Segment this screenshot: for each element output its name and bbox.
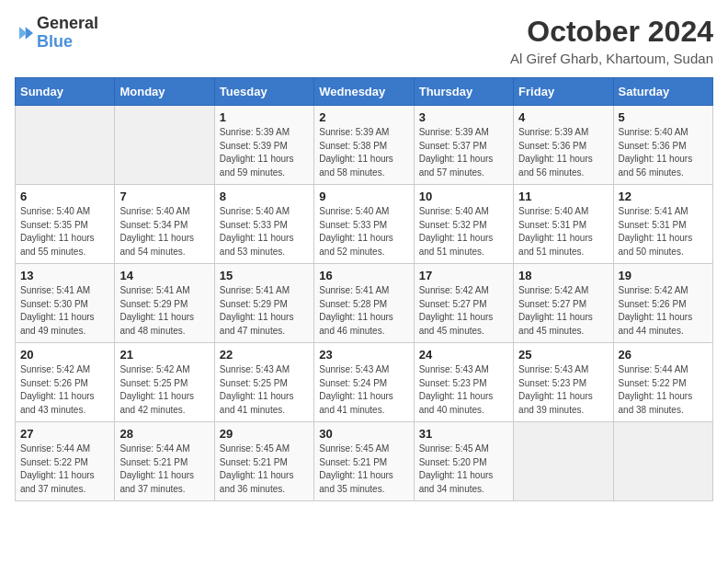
- day-number: 16: [319, 269, 408, 282]
- calendar-cell: 17Sunrise: 5:42 AMSunset: 5:27 PMDayligh…: [414, 264, 513, 343]
- day-info: Sunrise: 5:42 AMSunset: 5:26 PMDaylight:…: [619, 284, 708, 338]
- header-tuesday: Tuesday: [214, 78, 313, 106]
- day-number: 25: [518, 348, 608, 362]
- header-thursday: Thursday: [414, 78, 513, 106]
- calendar-cell: 9Sunrise: 5:40 AMSunset: 5:33 PMDaylight…: [314, 185, 414, 264]
- week-row-5: 27Sunrise: 5:44 AMSunset: 5:22 PMDayligh…: [16, 422, 713, 501]
- day-number: 11: [518, 190, 608, 203]
- calendar-cell: 12Sunrise: 5:41 AMSunset: 5:31 PMDayligh…: [613, 185, 712, 264]
- day-info: Sunrise: 5:41 AMSunset: 5:29 PMDaylight:…: [220, 284, 309, 338]
- calendar-cell: 18Sunrise: 5:42 AMSunset: 5:27 PMDayligh…: [514, 264, 613, 343]
- calendar-cell: 25Sunrise: 5:43 AMSunset: 5:23 PMDayligh…: [514, 343, 613, 422]
- calendar-cell: 16Sunrise: 5:41 AMSunset: 5:28 PMDayligh…: [314, 264, 414, 343]
- calendar-cell: 26Sunrise: 5:44 AMSunset: 5:22 PMDayligh…: [613, 343, 712, 422]
- day-info: Sunrise: 5:44 AMSunset: 5:22 PMDaylight:…: [619, 363, 708, 417]
- month-title: October 2024: [510, 15, 713, 49]
- day-number: 20: [20, 348, 109, 362]
- day-number: 21: [119, 348, 209, 362]
- calendar-cell: 6Sunrise: 5:40 AMSunset: 5:35 PMDaylight…: [16, 185, 115, 264]
- calendar-cell: 24Sunrise: 5:43 AMSunset: 5:23 PMDayligh…: [414, 343, 513, 422]
- day-number: 24: [419, 348, 508, 362]
- week-row-3: 13Sunrise: 5:41 AMSunset: 5:30 PMDayligh…: [16, 264, 713, 343]
- day-number: 1: [220, 110, 309, 124]
- week-row-2: 6Sunrise: 5:40 AMSunset: 5:35 PMDaylight…: [16, 185, 713, 264]
- day-info: Sunrise: 5:43 AMSunset: 5:24 PMDaylight:…: [319, 363, 408, 417]
- day-info: Sunrise: 5:42 AMSunset: 5:27 PMDaylight:…: [419, 284, 508, 338]
- day-number: 10: [419, 190, 508, 203]
- calendar-cell: 29Sunrise: 5:45 AMSunset: 5:21 PMDayligh…: [214, 422, 313, 501]
- day-number: 14: [119, 269, 209, 282]
- title-section: October 2024 Al Giref Gharb, Khartoum, S…: [510, 15, 713, 66]
- day-number: 23: [319, 348, 408, 362]
- calendar-cell: 19Sunrise: 5:42 AMSunset: 5:26 PMDayligh…: [613, 264, 712, 343]
- calendar-cell: [115, 106, 214, 185]
- header-friday: Friday: [514, 78, 613, 106]
- day-number: 15: [220, 269, 309, 282]
- header-saturday: Saturday: [613, 78, 712, 106]
- calendar-cell: 27Sunrise: 5:44 AMSunset: 5:22 PMDayligh…: [16, 422, 115, 501]
- calendar-cell: 30Sunrise: 5:45 AMSunset: 5:21 PMDayligh…: [314, 422, 414, 501]
- day-number: 4: [518, 110, 608, 124]
- day-number: 7: [119, 190, 209, 203]
- day-info: Sunrise: 5:40 AMSunset: 5:36 PMDaylight:…: [619, 126, 708, 179]
- day-info: Sunrise: 5:41 AMSunset: 5:30 PMDaylight:…: [20, 284, 109, 338]
- calendar-cell: 23Sunrise: 5:43 AMSunset: 5:24 PMDayligh…: [314, 343, 414, 422]
- header-wednesday: Wednesday: [314, 78, 414, 106]
- page-header: General Blue October 2024 Al Giref Gharb…: [15, 15, 713, 66]
- day-info: Sunrise: 5:40 AMSunset: 5:34 PMDaylight:…: [119, 205, 209, 259]
- day-info: Sunrise: 5:42 AMSunset: 5:26 PMDaylight:…: [20, 363, 109, 417]
- calendar-cell: 8Sunrise: 5:40 AMSunset: 5:33 PMDaylight…: [214, 185, 313, 264]
- logo: General Blue: [15, 15, 98, 52]
- header-row: SundayMondayTuesdayWednesdayThursdayFrid…: [16, 78, 713, 106]
- day-number: 8: [220, 190, 309, 203]
- day-number: 29: [220, 427, 309, 441]
- day-info: Sunrise: 5:41 AMSunset: 5:31 PMDaylight:…: [619, 205, 708, 259]
- day-number: 19: [619, 269, 708, 282]
- day-number: 31: [419, 427, 508, 441]
- day-info: Sunrise: 5:39 AMSunset: 5:39 PMDaylight:…: [220, 126, 309, 179]
- day-number: 6: [20, 190, 109, 203]
- day-info: Sunrise: 5:40 AMSunset: 5:33 PMDaylight:…: [319, 205, 408, 259]
- day-info: Sunrise: 5:39 AMSunset: 5:38 PMDaylight:…: [319, 126, 408, 179]
- calendar-cell: [16, 106, 115, 185]
- calendar-table: SundayMondayTuesdayWednesdayThursdayFrid…: [15, 77, 713, 501]
- day-number: 3: [419, 110, 508, 124]
- day-info: Sunrise: 5:40 AMSunset: 5:35 PMDaylight:…: [20, 205, 109, 259]
- day-info: Sunrise: 5:40 AMSunset: 5:31 PMDaylight:…: [518, 205, 608, 259]
- day-info: Sunrise: 5:45 AMSunset: 5:21 PMDaylight:…: [220, 442, 309, 496]
- calendar-cell: 2Sunrise: 5:39 AMSunset: 5:38 PMDaylight…: [314, 106, 414, 185]
- day-info: Sunrise: 5:39 AMSunset: 5:37 PMDaylight:…: [419, 126, 508, 179]
- calendar-cell: 10Sunrise: 5:40 AMSunset: 5:32 PMDayligh…: [414, 185, 513, 264]
- calendar-cell: [514, 422, 613, 501]
- day-info: Sunrise: 5:43 AMSunset: 5:23 PMDaylight:…: [518, 363, 608, 417]
- logo-icon: [15, 24, 33, 42]
- day-info: Sunrise: 5:42 AMSunset: 5:27 PMDaylight:…: [518, 284, 608, 338]
- day-info: Sunrise: 5:42 AMSunset: 5:25 PMDaylight:…: [119, 363, 209, 417]
- day-number: 18: [518, 269, 608, 282]
- header-monday: Monday: [115, 78, 214, 106]
- calendar-cell: 21Sunrise: 5:42 AMSunset: 5:25 PMDayligh…: [115, 343, 214, 422]
- day-number: 2: [319, 110, 408, 124]
- header-sunday: Sunday: [16, 78, 115, 106]
- calendar-cell: 15Sunrise: 5:41 AMSunset: 5:29 PMDayligh…: [214, 264, 313, 343]
- calendar-cell: 20Sunrise: 5:42 AMSunset: 5:26 PMDayligh…: [16, 343, 115, 422]
- week-row-1: 1Sunrise: 5:39 AMSunset: 5:39 PMDaylight…: [16, 106, 713, 185]
- day-info: Sunrise: 5:40 AMSunset: 5:32 PMDaylight:…: [419, 205, 508, 259]
- calendar-cell: 3Sunrise: 5:39 AMSunset: 5:37 PMDaylight…: [414, 106, 513, 185]
- day-number: 9: [319, 190, 408, 203]
- logo-blue: Blue: [37, 32, 73, 51]
- calendar-cell: 13Sunrise: 5:41 AMSunset: 5:30 PMDayligh…: [16, 264, 115, 343]
- day-number: 28: [119, 427, 209, 441]
- day-number: 30: [319, 427, 408, 441]
- day-number: 22: [220, 348, 309, 362]
- day-info: Sunrise: 5:41 AMSunset: 5:28 PMDaylight:…: [319, 284, 408, 338]
- week-row-4: 20Sunrise: 5:42 AMSunset: 5:26 PMDayligh…: [16, 343, 713, 422]
- day-info: Sunrise: 5:39 AMSunset: 5:36 PMDaylight:…: [518, 126, 608, 179]
- calendar-cell: 28Sunrise: 5:44 AMSunset: 5:21 PMDayligh…: [115, 422, 214, 501]
- calendar-cell: 11Sunrise: 5:40 AMSunset: 5:31 PMDayligh…: [514, 185, 613, 264]
- calendar-cell: 31Sunrise: 5:45 AMSunset: 5:20 PMDayligh…: [414, 422, 513, 501]
- day-info: Sunrise: 5:40 AMSunset: 5:33 PMDaylight:…: [220, 205, 309, 259]
- day-number: 5: [619, 110, 708, 124]
- day-number: 27: [20, 427, 109, 441]
- day-info: Sunrise: 5:43 AMSunset: 5:23 PMDaylight:…: [419, 363, 508, 417]
